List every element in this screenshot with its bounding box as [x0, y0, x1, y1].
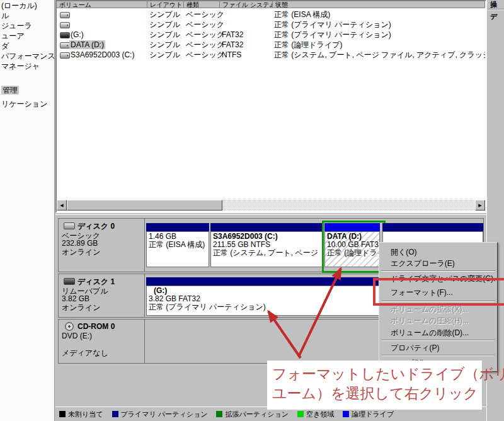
legend-swatch-logical — [343, 411, 349, 417]
volume-type: ベーシック — [186, 20, 224, 30]
partition-status: 正常 (システム, ブート, ページ — [213, 249, 320, 257]
volume-name: (G:) — [71, 30, 84, 40]
partition-color-band — [382, 223, 483, 231]
column-header-status[interactable]: 状態 — [273, 1, 485, 8]
context-menu: 開く(O) エクスプローラ(E) ドライブ文字とパスの変更(C)... フォーマ… — [379, 242, 498, 372]
table-row[interactable]: シンプル ベーシック 正常 (EISA 構成) — [57, 9, 485, 20]
disk0-size: 232.89 GB — [62, 239, 98, 248]
table-row[interactable]: S3A6952D003 (C:) シンプル ベーシック NTFS 正常 (システ… — [57, 50, 485, 60]
tree-item-applications[interactable]: リケーション — [1, 100, 47, 108]
tree-item-disk-management-selected[interactable]: 管理 — [1, 86, 19, 95]
annotation-line2: ユーム）を選択して右クリック — [272, 384, 482, 403]
column-header-volume[interactable]: ボリューム — [57, 1, 147, 8]
column-header-filesystem[interactable]: ファイル システム — [220, 1, 273, 8]
volume-type: ベーシック — [186, 50, 224, 60]
legend-label: 未割り当て — [68, 410, 103, 419]
disk1-name: ディスク 1 — [77, 277, 115, 286]
table-row[interactable]: シンプル ベーシック 正常 (プライマリ パーティション) — [57, 20, 485, 30]
volume-name: S3A6952D003 (C:) — [71, 50, 134, 60]
volume-icon — [60, 52, 70, 59]
volume-layout: シンプル — [149, 20, 180, 30]
menu-separator — [381, 340, 495, 341]
divider — [487, 9, 504, 10]
removable-disk-icon — [64, 278, 75, 285]
console-tree-sidebar: (ローカル) ル ジューラ ューア ダ パフォーマンス マネージャ 管理 リケー… — [0, 0, 55, 421]
partition-color-band — [146, 223, 209, 231]
partition-status: 正常 (EISA 構成) — [149, 241, 207, 249]
menu-item-shrink-volume: ボリュームの圧縮(H)... — [381, 315, 496, 326]
legend-label: プライマリ パーティション — [121, 410, 208, 419]
cdrom-name: CD-ROM 0 — [77, 322, 115, 331]
scroll-right-button[interactable]: ▶ — [475, 200, 485, 211]
table-row[interactable]: (G:) シンプル ベーシック FAT32 正常 (プライマリ パーティション) — [57, 30, 485, 40]
volume-layout: シンプル — [149, 50, 180, 60]
legend-swatch-free — [297, 411, 304, 417]
partition-eisa[interactable]: 1.46 GB 正常 (EISA 構成) — [146, 223, 209, 267]
cdrom-drive-letter: DVD (E:) — [62, 332, 92, 340]
volume-type: ベーシック — [186, 30, 224, 40]
disk-icon — [64, 222, 75, 229]
tree-item-manager[interactable]: マネージャ — [1, 62, 40, 71]
format-highlight-rectangle — [373, 278, 504, 306]
cdrom-icon — [65, 322, 74, 331]
menu-separator — [381, 270, 495, 272]
menu-item-open[interactable]: 開く(O) — [381, 246, 496, 258]
scroll-right-icon: ▶ — [478, 203, 481, 207]
disk1-size: 3.82 GB — [62, 294, 89, 303]
disk0-status: オンライン — [62, 247, 100, 258]
volume-status: 正常 (EISA 構成) — [274, 9, 330, 20]
volume-icon — [60, 22, 70, 28]
column-header-layout[interactable]: レイアウト — [147, 1, 184, 8]
annotation-text-box: フォーマットしたいドライブ（ボリ ユーム）を選択して右クリック — [267, 360, 482, 410]
menu-separator — [381, 355, 495, 356]
volume-fs: FAT32 — [222, 40, 243, 50]
volume-status: 正常 (論理ドライブ) — [274, 40, 342, 50]
disk0-label-box[interactable]: ディスク 0 ベーシック 232.89 GB オンライン — [59, 219, 145, 272]
volume-list-panel: ボリューム レイアウト 種類 ファイル システム 状態 シンプル ベーシック 正… — [55, 0, 486, 213]
disk1-status: オンライン — [62, 303, 100, 313]
legend-item: プライマリ パーティション — [112, 410, 208, 419]
tree-item-folder[interactable]: ダ — [1, 42, 9, 50]
legend-item: 論理ドライブ — [343, 410, 394, 419]
tree-item-system-tools[interactable]: ル — [1, 11, 9, 20]
tree-item-local[interactable]: (ローカル) — [1, 1, 37, 10]
volume-name: DATA (D:) — [69, 40, 105, 49]
legend-label: 空き領域 — [306, 410, 334, 419]
menu-item-delete-volume[interactable]: ボリュームの削除(D)... — [381, 327, 496, 338]
legend-item: 未割り当て — [59, 410, 103, 419]
legend-item: 空き領域 — [297, 410, 334, 419]
volume-status: 正常 (プライマリ パーティション) — [274, 20, 391, 30]
cdrom-media-status: メディアなし — [62, 348, 108, 359]
volume-fs: NTFS — [222, 50, 241, 60]
disk0-name: ディスク 0 — [77, 222, 115, 231]
annotation-line1: フォーマットしたいドライブ（ボリ — [272, 364, 482, 384]
action-pane-title-fragment: 操 — [490, 0, 497, 9]
action-pane-item-fragment: デ — [490, 12, 497, 21]
cdrom-label-box[interactable]: CD-ROM 0 DVD (E:) メディアなし — [59, 320, 145, 363]
tree-item-viewer[interactable]: ューア — [1, 32, 25, 40]
tree-item-performance[interactable]: パフォーマンス — [1, 52, 55, 61]
legend-label: 拡張パーティション — [225, 410, 289, 419]
legend-swatch-extended — [216, 411, 222, 417]
volume-icon — [60, 42, 70, 49]
horizontal-scrollbar[interactable]: ◀ ▶ — [57, 200, 485, 211]
table-row-selected[interactable]: DATA (D:) シンプル ベーシック FAT32 正常 (論理ドライブ) — [57, 40, 485, 50]
scrollbar-thumb[interactable] — [67, 200, 222, 211]
menu-item-properties[interactable]: プロパティ(P) — [381, 342, 496, 354]
volume-layout: シンプル — [149, 30, 180, 40]
volume-status: 正常 (プライマリ パーティション) — [274, 30, 391, 40]
tree-item-scheduler[interactable]: ジューラ — [1, 21, 32, 30]
volume-fs: FAT32 — [222, 30, 243, 40]
extended-partition-selection-frame — [322, 221, 386, 273]
partition-c[interactable]: S3A6952D003 (C:) 211.55 GB NTFS 正常 (システム… — [210, 223, 323, 267]
volume-status: 正常 (システム, ブート, ページ ファイル, アクティブ, クラッシュ — [274, 50, 485, 60]
volume-icon — [60, 12, 70, 18]
legend-item: 拡張パーティション — [216, 410, 289, 419]
scroll-left-icon: ◀ — [60, 203, 63, 207]
disk1-label-box[interactable]: ディスク 1 リムーバブル 3.82 GB オンライン — [59, 274, 145, 317]
column-header-type[interactable]: 種類 — [184, 1, 220, 8]
menu-item-explorer[interactable]: エクスプローラ(E) — [381, 258, 496, 269]
scroll-left-button[interactable]: ◀ — [57, 200, 67, 211]
disk-management-window: (ローカル) ル ジューラ ューア ダ パフォーマンス マネージャ 管理 リケー… — [0, 0, 504, 421]
volume-layout: シンプル — [149, 9, 180, 20]
